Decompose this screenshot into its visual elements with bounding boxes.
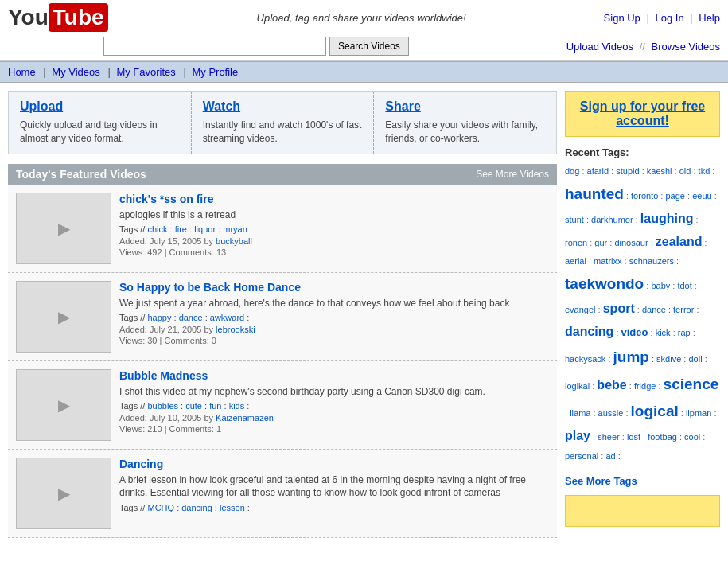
video-thumb-icon: ▶	[58, 307, 70, 326]
tag-link[interactable]: chick	[147, 224, 167, 234]
user-link[interactable]: buckyball	[216, 236, 252, 246]
tag-link[interactable]: dance	[179, 313, 203, 322]
user-link[interactable]: Kaizenamazen	[216, 413, 274, 423]
tag-stupid[interactable]: stupid	[616, 166, 639, 176]
tag-page[interactable]: page	[665, 191, 684, 201]
tag-link[interactable]: liquor	[194, 224, 216, 234]
tag-jump[interactable]: jump	[613, 349, 649, 365]
video-title: So Happy to be Back Home Dance	[119, 281, 549, 294]
video-stats: Views: 210 | Comments: 1	[119, 424, 549, 434]
upload-videos-link[interactable]: Upload Videos	[566, 41, 633, 53]
upload-link[interactable]: Upload	[20, 99, 63, 113]
nav-home[interactable]: Home	[8, 66, 36, 78]
nav-my-favorites[interactable]: My Favorites	[116, 66, 175, 78]
tag-baby[interactable]: baby	[651, 281, 670, 290]
tag-kaeshi[interactable]: kaeshi	[647, 166, 672, 176]
tag-bebe[interactable]: bebe	[597, 378, 626, 392]
feature-share: Share Easily share your videos with fami…	[374, 92, 556, 154]
search-button[interactable]: Search Videos	[329, 37, 409, 56]
watch-desc: Instantly find and watch 1000's of fast …	[203, 119, 363, 146]
tag-doll[interactable]: doll	[688, 354, 702, 364]
tag-link[interactable]: mryan	[223, 224, 247, 234]
see-more-tags-link[interactable]: See More Tags	[565, 475, 637, 487]
tag-gur[interactable]: gur	[594, 238, 607, 247]
tag-sport[interactable]: sport	[603, 302, 635, 315]
tag-link[interactable]: lesson	[220, 503, 245, 512]
tag-rap[interactable]: rap	[678, 328, 691, 337]
help-link[interactable]: Help	[699, 12, 720, 24]
tag-dinosaur[interactable]: dinosaur	[614, 238, 648, 247]
tag-old[interactable]: old	[679, 166, 691, 176]
tag-afarid[interactable]: afarid	[587, 166, 609, 176]
sidebar: Sign up for your free account! Recent Ta…	[565, 91, 720, 538]
tag-link[interactable]: dancing	[181, 503, 212, 512]
tag-eeuu[interactable]: eeuu	[692, 191, 711, 201]
watch-link[interactable]: Watch	[203, 99, 240, 113]
tag-link[interactable]: kids	[229, 401, 245, 411]
search-input[interactable]	[103, 37, 326, 56]
tag-cool[interactable]: cool	[684, 432, 700, 442]
tag-link[interactable]: awkward	[210, 313, 244, 322]
tag-aussie[interactable]: aussie	[598, 408, 624, 418]
nav-my-profile[interactable]: My Profile	[192, 66, 238, 78]
tag-dancing[interactable]: dancing	[565, 325, 613, 338]
tag-llama[interactable]: llama	[570, 408, 590, 418]
featured-videos-title: Today's Featured Videos	[16, 168, 146, 181]
tag-aerial[interactable]: aerial	[565, 256, 586, 266]
tag-darkhumor[interactable]: darkhumor	[591, 215, 633, 224]
tag-matrixx[interactable]: matrixx	[594, 256, 621, 266]
video-title-link[interactable]: So Happy to be Back Home Dance	[119, 281, 301, 294]
tag-logikal[interactable]: logikal	[565, 381, 590, 391]
tag-science[interactable]: science	[664, 376, 719, 392]
share-link[interactable]: Share	[385, 99, 420, 113]
tag-link[interactable]: cute	[185, 401, 202, 411]
tag-kick[interactable]: kick	[656, 328, 671, 337]
tag-tdot[interactable]: tdot	[677, 281, 691, 290]
signup-title[interactable]: Sign up for your free account!	[574, 99, 711, 128]
tag-haunted[interactable]: haunted	[565, 185, 624, 202]
user-link[interactable]: lebrookski	[216, 325, 255, 334]
tag-personal[interactable]: personal	[565, 451, 598, 461]
tag-fridge[interactable]: fridge	[634, 381, 656, 391]
tag-evangel[interactable]: evangel	[565, 305, 596, 314]
tag-laughing[interactable]: laughing	[640, 212, 694, 225]
logo[interactable]: YouTube	[8, 3, 111, 32]
tag-logical[interactable]: logical	[631, 403, 679, 419]
tag-link[interactable]: happy	[147, 313, 171, 322]
tag-lipman[interactable]: lipman	[686, 408, 711, 418]
browse-videos-link[interactable]: Browse Videos	[652, 41, 720, 53]
tag-hackysack[interactable]: hackysack	[565, 354, 605, 364]
tag-link[interactable]: MCHQ	[147, 503, 174, 512]
tag-taekwondo[interactable]: taekwondo	[565, 275, 644, 292]
tag-link[interactable]: fire	[175, 224, 187, 234]
tag-video[interactable]: video	[621, 326, 648, 338]
tag-stunt[interactable]: stunt	[565, 215, 584, 224]
tag-skdive[interactable]: skdive	[656, 354, 681, 364]
log-in-link[interactable]: Log In	[655, 12, 683, 24]
tag-dance[interactable]: dance	[642, 305, 666, 314]
sign-up-link[interactable]: Sign Up	[604, 12, 640, 24]
recent-tags: Recent Tags: dog : afarid : stupid : kae…	[565, 146, 720, 466]
video-tags: Tags // MCHQ : dancing : lesson :	[119, 503, 549, 512]
tag-terror[interactable]: terror	[673, 305, 694, 314]
tag-link[interactable]: fun	[209, 401, 221, 411]
nav-my-videos[interactable]: My Videos	[52, 66, 99, 78]
tag-zealand[interactable]: zealand	[656, 235, 703, 248]
tag-link[interactable]: bubbles	[147, 401, 178, 411]
tag-lost[interactable]: lost	[627, 432, 640, 442]
video-title-link[interactable]: Dancing	[119, 458, 163, 470]
see-more-videos-link[interactable]: See More Videos	[476, 169, 549, 180]
tag-dog[interactable]: dog	[565, 166, 579, 176]
tag-sheer[interactable]: sheer	[598, 432, 620, 442]
tag-toronto[interactable]: toronto	[631, 191, 658, 201]
tag-ronen[interactable]: ronen	[565, 238, 587, 247]
video-tags: Tags // bubbles : cute : fun : kids :	[119, 401, 549, 411]
video-item: ▶ Bubble Madness I shot this video at my…	[8, 361, 557, 450]
tag-play[interactable]: play	[565, 429, 590, 442]
tag-footbag[interactable]: footbag	[648, 432, 677, 442]
video-title-link[interactable]: chick's *ss on fire	[119, 193, 214, 205]
tag-schnauzers[interactable]: schnauzers	[629, 256, 674, 266]
tag-tkd[interactable]: tkd	[699, 166, 710, 176]
video-title-link[interactable]: Bubble Madness	[119, 369, 208, 382]
tag-ad[interactable]: ad	[605, 451, 615, 461]
